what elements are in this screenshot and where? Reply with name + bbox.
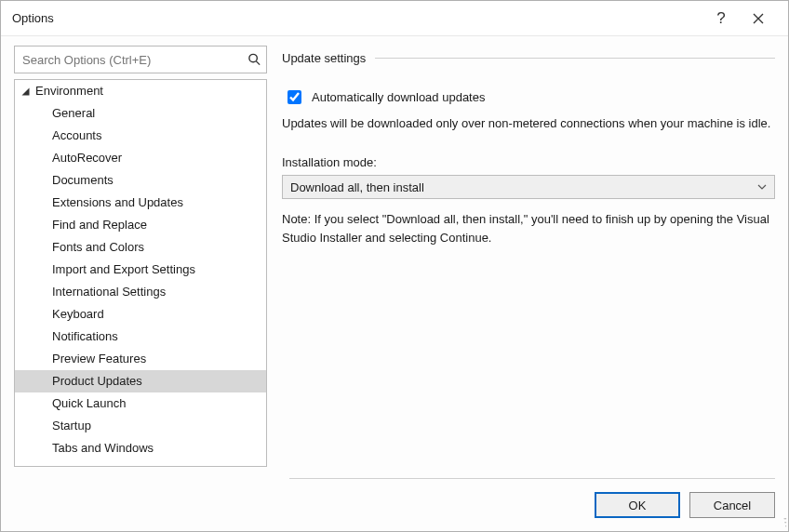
- auto-download-checkbox[interactable]: [288, 90, 301, 104]
- install-mode-select[interactable]: Download all, then install: [282, 175, 775, 199]
- tree-node-label: Accounts: [52, 126, 101, 145]
- tree-node-startup[interactable]: Startup: [15, 415, 266, 437]
- svg-line-1: [256, 61, 260, 65]
- tree-node-label: Keyboard: [52, 305, 104, 324]
- ok-button-label: OK: [629, 499, 647, 512]
- search-wrap: [14, 46, 267, 73]
- tree-node-product-updates[interactable]: Product Updates: [15, 370, 266, 392]
- chevron-down-icon: [757, 182, 767, 192]
- search-icon[interactable]: [247, 53, 261, 67]
- right-panel: Update settings Automatically download u…: [282, 46, 775, 467]
- install-mode-note: Note: If you select "Download all, then …: [282, 210, 775, 247]
- search-input[interactable]: [14, 46, 267, 73]
- section-divider: [375, 58, 775, 59]
- tree-node-label: International Settings: [52, 283, 166, 301]
- tree-node-label: Import and Export Settings: [52, 260, 195, 279]
- svg-point-0: [249, 54, 257, 61]
- section-heading: Update settings: [282, 51, 775, 65]
- tree-node-label: Extensions and Updates: [52, 193, 183, 212]
- tree-node-quick-launch[interactable]: Quick Launch: [15, 392, 266, 415]
- resize-grip[interactable]: ∙∙∙ ∙∙ ∙: [783, 517, 785, 528]
- cancel-button[interactable]: Cancel: [689, 492, 775, 518]
- dialog-buttons: OK Cancel: [1, 479, 788, 531]
- tree-node-documents[interactable]: Documents: [15, 169, 266, 192]
- tree-node-tabs-and-windows[interactable]: Tabs and Windows: [15, 437, 266, 459]
- auto-download-row[interactable]: Automatically download updates: [282, 87, 775, 107]
- install-mode-label: Installation mode:: [282, 155, 775, 169]
- tree-node-find-and-replace[interactable]: Find and Replace: [15, 214, 266, 236]
- tree-node-label: Find and Replace: [52, 216, 147, 234]
- tree-node-label: Preview Features: [52, 350, 146, 368]
- close-icon: [753, 13, 764, 24]
- tree-node-label: Product Updates: [52, 372, 142, 391]
- tree-node-extensions-and-updates[interactable]: Extensions and Updates: [15, 192, 266, 214]
- category-tree: Environment GeneralAccountsAutoRecoverDo…: [14, 79, 267, 467]
- install-mode-value: Download all, then install: [290, 180, 424, 194]
- tree-node-label: Quick Launch: [52, 394, 127, 413]
- tree-scroll[interactable]: Environment GeneralAccountsAutoRecoverDo…: [15, 80, 266, 466]
- tree-node-autorecover[interactable]: AutoRecover: [15, 147, 266, 169]
- tree-node-keyboard[interactable]: Keyboard: [15, 303, 266, 326]
- tree-node-fonts-and-colors[interactable]: Fonts and Colors: [15, 236, 266, 259]
- auto-download-description: Updates will be downloaded only over non…: [282, 114, 775, 133]
- tree-node-import-and-export-settings[interactable]: Import and Export Settings: [15, 259, 266, 281]
- ok-button[interactable]: OK: [595, 492, 680, 518]
- tree-node-label: Documents: [52, 171, 114, 190]
- tree-node-preview-features[interactable]: Preview Features: [15, 348, 266, 370]
- auto-download-label: Automatically download updates: [312, 90, 485, 104]
- titlebar: Options ?: [1, 1, 788, 36]
- left-panel: Environment GeneralAccountsAutoRecoverDo…: [14, 46, 267, 467]
- tree-children: GeneralAccountsAutoRecoverDocumentsExten…: [15, 102, 266, 466]
- tree-node-label: Notifications: [52, 327, 118, 346]
- dialog-body: Environment GeneralAccountsAutoRecoverDo…: [1, 36, 788, 467]
- tree-node-label: Environment: [35, 82, 103, 100]
- tree-node-environment[interactable]: Environment: [15, 80, 266, 102]
- tree-node-label: Task List: [52, 461, 100, 466]
- collapse-icon[interactable]: [20, 87, 30, 96]
- cancel-button-label: Cancel: [714, 499, 751, 512]
- tree-node-label: Startup: [52, 417, 91, 435]
- tree-node-general[interactable]: General: [15, 102, 266, 125]
- tree-node-label: Tabs and Windows: [52, 439, 154, 458]
- tree-node-label: AutoRecover: [52, 149, 122, 167]
- tree-node-accounts[interactable]: Accounts: [15, 125, 266, 147]
- help-button[interactable]: ?: [702, 1, 740, 36]
- window-title: Options: [12, 11, 702, 25]
- section-heading-label: Update settings: [282, 51, 366, 65]
- tree-node-notifications[interactable]: Notifications: [15, 326, 266, 348]
- close-button[interactable]: [740, 1, 777, 36]
- options-dialog: Options ? Environment: [0, 0, 789, 532]
- tree-node-label: General: [52, 104, 95, 123]
- tree-node-international-settings[interactable]: International Settings: [15, 281, 266, 303]
- tree-node-task-list[interactable]: Task List: [15, 459, 266, 466]
- tree-node-label: Fonts and Colors: [52, 238, 144, 257]
